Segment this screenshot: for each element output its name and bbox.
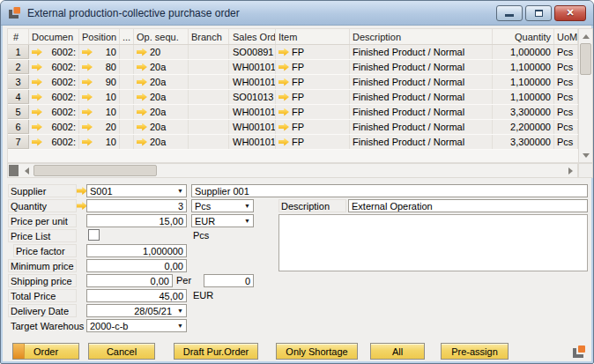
link-arrow-icon[interactable]: [278, 123, 289, 131]
draft-pur-order-button[interactable]: Draft Pur.Order: [174, 343, 258, 360]
row-number[interactable]: 3: [8, 75, 29, 89]
dots-cell: [120, 75, 134, 89]
link-arrow-icon[interactable]: [32, 63, 42, 71]
link-arrow-icon[interactable]: [32, 93, 42, 101]
price-list-checkbox[interactable]: [88, 229, 100, 241]
scroll-left-icon: [25, 167, 29, 175]
quantity-label: Quantity: [8, 199, 77, 212]
link-arrow-icon[interactable]: [278, 93, 289, 101]
column-header[interactable]: UoM: [554, 29, 578, 44]
row-number[interactable]: 7: [8, 135, 29, 149]
link-arrow-icon[interactable]: [278, 138, 289, 146]
column-header[interactable]: #: [8, 29, 29, 44]
cancel-button[interactable]: Cancel: [88, 343, 155, 360]
link-arrow-icon[interactable]: [137, 123, 147, 131]
link-arrow-icon[interactable]: [137, 78, 147, 86]
table-row[interactable]: 1 6002: 10 20 SO00891 FP Finished Produc…: [8, 45, 578, 60]
scroll-down-button[interactable]: [579, 148, 592, 162]
total-price-input[interactable]: 45,00: [86, 289, 187, 302]
price-factor-input[interactable]: 1,000000: [86, 244, 187, 257]
delivery-date-picker[interactable]: 28/05/21▼: [86, 304, 187, 317]
all-button[interactable]: All: [370, 343, 425, 360]
close-button[interactable]: ✕: [554, 5, 586, 21]
link-arrow-icon[interactable]: [32, 123, 42, 131]
per-input[interactable]: 0: [204, 274, 254, 287]
link-arrow-icon[interactable]: [82, 78, 93, 86]
minimum-price-input[interactable]: 0,00: [86, 259, 187, 272]
description-input[interactable]: External Operation: [348, 199, 588, 212]
table-row[interactable]: 5 6002: 10 20a WH001014 FP Finished Prod…: [8, 105, 578, 120]
link-arrow-icon[interactable]: [278, 78, 289, 86]
table-row[interactable]: 6 6002: 20 20a WH001014 FP Finished Prod…: [8, 120, 578, 135]
link-arrow-icon[interactable]: [278, 63, 289, 71]
column-header[interactable]: Quantity: [493, 29, 554, 44]
price-per-unit-input[interactable]: 15,00: [86, 214, 187, 227]
supplier-name-field[interactable]: Supplier 001: [191, 184, 588, 197]
table-row[interactable]: 2 6002: 80 20a WH001012 FP Finished Prod…: [8, 60, 578, 75]
link-arrow-icon[interactable]: [82, 123, 93, 131]
column-header[interactable]: Op. sequ.: [134, 29, 189, 44]
uom-cell: Pcs: [554, 90, 578, 104]
link-arrow-icon[interactable]: [137, 138, 147, 146]
link-arrow-icon[interactable]: [82, 93, 93, 101]
row-number[interactable]: 1: [8, 45, 29, 59]
op-sequence-cell: 20: [150, 47, 160, 57]
link-arrow-icon[interactable]: [137, 93, 147, 101]
currency-dropdown[interactable]: EUR▼: [191, 214, 254, 227]
shipping-price-input[interactable]: 0,00: [86, 274, 173, 287]
notes-textarea[interactable]: [278, 214, 588, 271]
scroll-right-button[interactable]: [563, 164, 577, 177]
chevron-down-icon: ▼: [244, 203, 250, 209]
row-number[interactable]: 2: [8, 60, 29, 74]
pre-assign-button[interactable]: Pre-assign: [441, 343, 509, 360]
dots-cell: [120, 120, 134, 134]
link-arrow-icon[interactable]: [32, 108, 42, 116]
vertical-scrollbar[interactable]: [578, 28, 593, 163]
scroll-left-button[interactable]: [19, 164, 33, 177]
resize-grip-icon[interactable]: [572, 345, 586, 359]
table-row[interactable]: 3 6002: 90 20a WH001012 FP Finished Prod…: [8, 75, 578, 90]
vertical-scroll-thumb[interactable]: [580, 43, 591, 75]
link-arrow-icon[interactable]: [82, 108, 93, 116]
order-button[interactable]: Order: [12, 343, 79, 360]
link-arrow-icon[interactable]: [32, 48, 42, 56]
price-factor-label: Price factor: [13, 244, 77, 257]
link-arrow-icon[interactable]: [137, 48, 147, 56]
row-number[interactable]: 5: [8, 105, 29, 119]
table-row[interactable]: 7 6002: 10 20a WH001015 FP Finished Prod…: [8, 135, 578, 150]
only-shortage-button[interactable]: Only Shortage: [276, 343, 358, 360]
link-arrow-icon[interactable]: [82, 48, 93, 56]
op-sequence-cell: 20a: [150, 62, 166, 72]
link-arrow-icon[interactable]: [278, 48, 289, 56]
column-splitter[interactable]: [9, 165, 19, 176]
column-header[interactable]: Sales Order: [229, 29, 276, 44]
link-arrow-icon[interactable]: [137, 63, 147, 71]
quantity-input[interactable]: 3: [86, 199, 187, 212]
titlebar[interactable]: External production-collective purchase …: [1, 1, 593, 26]
column-header[interactable]: Position: [79, 29, 120, 44]
horizontal-scroll-thumb[interactable]: [33, 165, 157, 176]
column-header[interactable]: Description: [350, 29, 493, 44]
column-header[interactable]: ...: [120, 29, 134, 44]
table-row[interactable]: 4 6002: 10 20a SO01013 FP Finished Produ…: [8, 90, 578, 105]
row-number[interactable]: 6: [8, 120, 29, 134]
document-cell: 6002:: [51, 62, 76, 72]
column-header[interactable]: Item: [276, 29, 350, 44]
maximize-button[interactable]: [525, 5, 552, 21]
column-header[interactable]: Documen: [29, 29, 79, 44]
quantity-uom-dropdown[interactable]: Pcs▼: [191, 199, 254, 212]
scroll-up-button[interactable]: [579, 29, 592, 43]
horizontal-scrollbar[interactable]: [7, 163, 578, 178]
link-arrow-icon[interactable]: [32, 78, 42, 86]
target-warehouse-dropdown[interactable]: 2000-c-b▼: [86, 319, 187, 332]
link-arrow-icon[interactable]: [32, 138, 42, 146]
link-arrow-icon[interactable]: [82, 138, 93, 146]
row-number[interactable]: 4: [8, 90, 29, 104]
supplier-dropdown[interactable]: S001▼: [86, 184, 187, 197]
link-arrow-icon[interactable]: [82, 63, 93, 71]
column-header[interactable]: Branch: [189, 29, 229, 44]
link-arrow-icon[interactable]: [137, 108, 147, 116]
link-arrow-icon[interactable]: [278, 108, 289, 116]
uom-cell: Pcs: [554, 75, 578, 89]
minimize-button[interactable]: [496, 5, 523, 21]
